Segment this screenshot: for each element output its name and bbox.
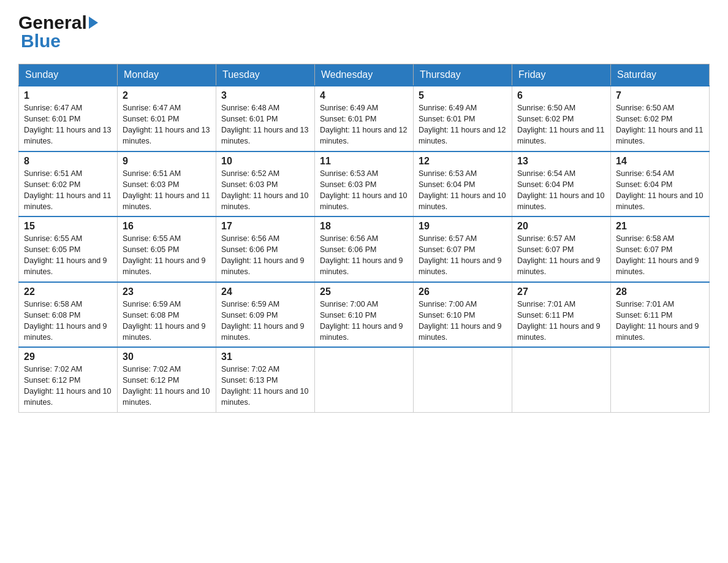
- day-number: 8: [24, 156, 112, 167]
- day-number: 26: [419, 286, 507, 297]
- day-number: 28: [616, 286, 704, 297]
- day-number: 18: [320, 221, 408, 232]
- day-info: Sunrise: 6:56 AMSunset: 6:06 PMDaylight:…: [320, 234, 403, 276]
- calendar-cell: [512, 347, 611, 412]
- day-number: 27: [517, 286, 605, 297]
- weekday-header-saturday: Saturday: [611, 64, 710, 86]
- calendar-cell: 23 Sunrise: 6:59 AMSunset: 6:08 PMDaylig…: [118, 282, 216, 348]
- day-number: 6: [517, 90, 605, 101]
- day-info: Sunrise: 6:53 AMSunset: 6:04 PMDaylight:…: [419, 169, 506, 211]
- day-info: Sunrise: 6:54 AMSunset: 6:04 PMDaylight:…: [616, 169, 703, 211]
- calendar-cell: 31 Sunrise: 7:02 AMSunset: 6:13 PMDaylig…: [216, 347, 315, 412]
- day-number: 30: [123, 351, 211, 362]
- calendar-cell: 16 Sunrise: 6:55 AMSunset: 6:05 PMDaylig…: [118, 216, 216, 282]
- weekday-header-wednesday: Wednesday: [315, 64, 414, 86]
- day-info: Sunrise: 6:59 AMSunset: 6:08 PMDaylight:…: [123, 300, 206, 342]
- day-info: Sunrise: 6:50 AMSunset: 6:02 PMDaylight:…: [616, 104, 703, 145]
- day-info: Sunrise: 6:49 AMSunset: 6:01 PMDaylight:…: [419, 104, 506, 145]
- logo-general-text: General: [18, 12, 87, 33]
- day-info: Sunrise: 6:57 AMSunset: 6:07 PMDaylight:…: [419, 234, 502, 276]
- day-number: 15: [24, 221, 112, 232]
- calendar-cell: 8 Sunrise: 6:51 AMSunset: 6:02 PMDayligh…: [19, 151, 118, 217]
- week-row-5: 29 Sunrise: 7:02 AMSunset: 6:12 PMDaylig…: [19, 347, 710, 412]
- weekday-header-monday: Monday: [118, 64, 216, 86]
- day-number: 10: [221, 156, 309, 167]
- logo: General Blue: [18, 12, 100, 52]
- day-number: 23: [123, 286, 211, 297]
- day-number: 22: [24, 286, 112, 297]
- calendar-cell: 19 Sunrise: 6:57 AMSunset: 6:07 PMDaylig…: [414, 216, 512, 282]
- day-info: Sunrise: 6:51 AMSunset: 6:02 PMDaylight:…: [24, 169, 111, 211]
- weekday-header-tuesday: Tuesday: [216, 64, 315, 86]
- calendar-cell: 26 Sunrise: 7:00 AMSunset: 6:10 PMDaylig…: [414, 282, 512, 348]
- day-info: Sunrise: 6:48 AMSunset: 6:01 PMDaylight:…: [221, 104, 308, 145]
- day-info: Sunrise: 6:58 AMSunset: 6:07 PMDaylight:…: [616, 234, 699, 276]
- calendar-cell: 25 Sunrise: 7:00 AMSunset: 6:10 PMDaylig…: [315, 282, 414, 348]
- day-info: Sunrise: 6:54 AMSunset: 6:04 PMDaylight:…: [517, 169, 604, 211]
- week-row-2: 8 Sunrise: 6:51 AMSunset: 6:02 PMDayligh…: [19, 151, 710, 217]
- day-number: 2: [123, 90, 211, 101]
- calendar-cell: [414, 347, 512, 412]
- day-info: Sunrise: 6:57 AMSunset: 6:07 PMDaylight:…: [517, 234, 601, 276]
- weekday-header-thursday: Thursday: [414, 64, 512, 86]
- calendar-cell: 14 Sunrise: 6:54 AMSunset: 6:04 PMDaylig…: [611, 151, 710, 217]
- day-info: Sunrise: 6:55 AMSunset: 6:05 PMDaylight:…: [123, 234, 206, 276]
- day-number: 16: [123, 221, 211, 232]
- calendar-cell: 18 Sunrise: 6:56 AMSunset: 6:06 PMDaylig…: [315, 216, 414, 282]
- day-info: Sunrise: 7:02 AMSunset: 6:12 PMDaylight:…: [123, 365, 210, 407]
- weekday-header-friday: Friday: [512, 64, 611, 86]
- weekday-header-row: SundayMondayTuesdayWednesdayThursdayFrid…: [19, 64, 710, 86]
- calendar-cell: 30 Sunrise: 7:02 AMSunset: 6:12 PMDaylig…: [118, 347, 216, 412]
- calendar-cell: 29 Sunrise: 7:02 AMSunset: 6:12 PMDaylig…: [19, 347, 118, 412]
- calendar-cell: 27 Sunrise: 7:01 AMSunset: 6:11 PMDaylig…: [512, 282, 611, 348]
- calendar-cell: 7 Sunrise: 6:50 AMSunset: 6:02 PMDayligh…: [611, 86, 710, 151]
- calendar-cell: 6 Sunrise: 6:50 AMSunset: 6:02 PMDayligh…: [512, 86, 611, 151]
- calendar-cell: 5 Sunrise: 6:49 AMSunset: 6:01 PMDayligh…: [414, 86, 512, 151]
- calendar-cell: [315, 347, 414, 412]
- day-number: 31: [221, 351, 309, 362]
- logo-arrow-icon: [89, 17, 98, 29]
- page-header: General Blue: [18, 12, 710, 52]
- calendar-cell: 17 Sunrise: 6:56 AMSunset: 6:06 PMDaylig…: [216, 216, 315, 282]
- day-info: Sunrise: 6:51 AMSunset: 6:03 PMDaylight:…: [123, 169, 210, 211]
- day-info: Sunrise: 7:00 AMSunset: 6:10 PMDaylight:…: [320, 300, 403, 342]
- day-info: Sunrise: 6:53 AMSunset: 6:03 PMDaylight:…: [320, 169, 407, 211]
- calendar-cell: 9 Sunrise: 6:51 AMSunset: 6:03 PMDayligh…: [118, 151, 216, 217]
- day-info: Sunrise: 7:02 AMSunset: 6:12 PMDaylight:…: [24, 365, 111, 407]
- day-number: 5: [419, 90, 507, 101]
- day-number: 17: [221, 221, 309, 232]
- day-info: Sunrise: 6:49 AMSunset: 6:01 PMDaylight:…: [320, 104, 407, 145]
- day-number: 19: [419, 221, 507, 232]
- day-number: 12: [419, 156, 507, 167]
- day-info: Sunrise: 7:00 AMSunset: 6:10 PMDaylight:…: [419, 300, 502, 342]
- day-info: Sunrise: 6:50 AMSunset: 6:02 PMDaylight:…: [517, 104, 604, 145]
- day-info: Sunrise: 6:52 AMSunset: 6:03 PMDaylight:…: [221, 169, 308, 211]
- day-number: 9: [123, 156, 211, 167]
- calendar-cell: 21 Sunrise: 6:58 AMSunset: 6:07 PMDaylig…: [611, 216, 710, 282]
- day-number: 25: [320, 286, 408, 297]
- day-info: Sunrise: 6:47 AMSunset: 6:01 PMDaylight:…: [123, 104, 210, 145]
- calendar-cell: 11 Sunrise: 6:53 AMSunset: 6:03 PMDaylig…: [315, 151, 414, 217]
- calendar-cell: [611, 347, 710, 412]
- day-number: 3: [221, 90, 309, 101]
- calendar-cell: 1 Sunrise: 6:47 AMSunset: 6:01 PMDayligh…: [19, 86, 118, 151]
- day-number: 14: [616, 156, 704, 167]
- calendar-cell: 12 Sunrise: 6:53 AMSunset: 6:04 PMDaylig…: [414, 151, 512, 217]
- calendar-cell: 10 Sunrise: 6:52 AMSunset: 6:03 PMDaylig…: [216, 151, 315, 217]
- day-info: Sunrise: 7:02 AMSunset: 6:13 PMDaylight:…: [221, 365, 308, 407]
- day-number: 7: [616, 90, 704, 101]
- day-number: 4: [320, 90, 408, 101]
- day-info: Sunrise: 7:01 AMSunset: 6:11 PMDaylight:…: [616, 300, 699, 342]
- calendar-cell: 3 Sunrise: 6:48 AMSunset: 6:01 PMDayligh…: [216, 86, 315, 151]
- week-row-1: 1 Sunrise: 6:47 AMSunset: 6:01 PMDayligh…: [19, 86, 710, 151]
- day-number: 20: [517, 221, 605, 232]
- day-number: 13: [517, 156, 605, 167]
- day-info: Sunrise: 6:55 AMSunset: 6:05 PMDaylight:…: [24, 234, 107, 276]
- day-info: Sunrise: 6:47 AMSunset: 6:01 PMDaylight:…: [24, 104, 111, 145]
- calendar-table: SundayMondayTuesdayWednesdayThursdayFrid…: [18, 64, 710, 413]
- calendar-cell: 28 Sunrise: 7:01 AMSunset: 6:11 PMDaylig…: [611, 282, 710, 348]
- calendar-cell: 20 Sunrise: 6:57 AMSunset: 6:07 PMDaylig…: [512, 216, 611, 282]
- calendar-cell: 4 Sunrise: 6:49 AMSunset: 6:01 PMDayligh…: [315, 86, 414, 151]
- day-number: 24: [221, 286, 309, 297]
- day-number: 29: [24, 351, 112, 362]
